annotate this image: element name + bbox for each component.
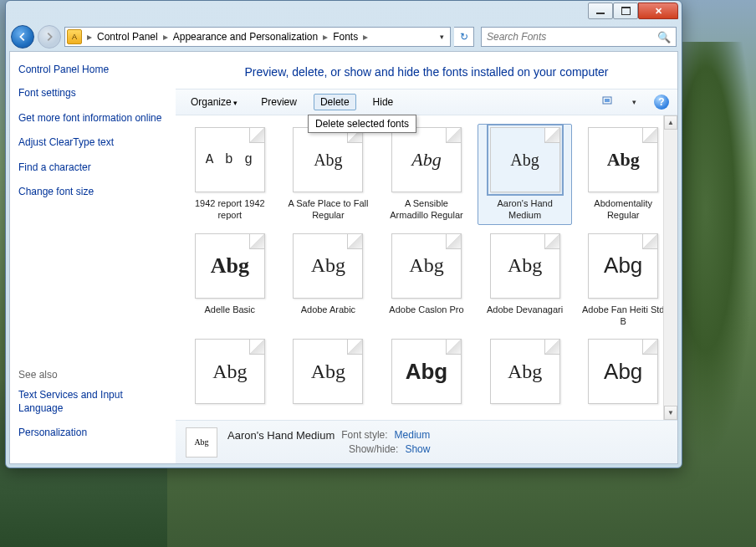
organize-button[interactable]: Organize — [184, 94, 244, 110]
font-sample: Abg — [211, 253, 249, 279]
sidebar: Control Panel Home Font settings Get mor… — [10, 52, 176, 463]
refresh-button[interactable]: ↻ — [454, 27, 474, 47]
font-tile: Abg — [293, 127, 363, 192]
scroll-down-button[interactable]: ▼ — [664, 406, 677, 420]
scroll-up-button[interactable]: ▲ — [664, 115, 677, 130]
font-tile: Abg — [391, 233, 462, 299]
font-sample: Abg — [604, 253, 642, 279]
font-tile: Abg — [588, 127, 658, 192]
font-name-label: Adelle Basic — [205, 304, 256, 315]
page-corner-icon — [544, 128, 559, 143]
font-sample: Abg — [311, 360, 345, 383]
page-corner-icon — [544, 340, 559, 355]
font-tile: Abg — [588, 233, 658, 299]
breadcrumb-control-panel[interactable]: Control Panel — [94, 29, 161, 44]
view-dropdown[interactable]: ▾ — [627, 98, 641, 106]
scrollbar[interactable]: ▲ ▼ — [663, 115, 677, 420]
control-panel-home-link[interactable]: Control Panel Home — [18, 64, 167, 75]
font-tile: A b g — [195, 127, 265, 192]
maximize-button[interactable] — [613, 3, 638, 19]
font-item[interactable]: AbgAdobe Arabic — [281, 230, 376, 331]
page-corner-icon — [347, 340, 362, 355]
font-tile: Abg — [293, 233, 363, 299]
details-style-value[interactable]: Medium — [395, 429, 431, 442]
page-corner-icon — [249, 234, 264, 249]
font-item[interactable]: A b g1942 report 1942 report — [182, 124, 278, 225]
see-also-text-services[interactable]: Text Services and Input Language — [18, 389, 167, 415]
font-sample: Abg — [409, 254, 443, 277]
delete-button[interactable]: Delete — [314, 94, 356, 110]
sidebar-link-font-settings[interactable]: Font settings — [18, 87, 167, 100]
help-icon[interactable]: ? — [654, 95, 669, 110]
forward-button[interactable] — [38, 25, 61, 49]
font-name-label: A Sensible Armadillo Regular — [385, 197, 468, 222]
details-font-name: Aaron's Hand Medium — [227, 429, 335, 442]
font-item[interactable]: AbgAdobe Caslon Pro — [379, 230, 474, 331]
details-style-label: Font style: — [341, 429, 387, 442]
fonts-control-panel-window: A ▸ Control Panel ▸ Appearance and Perso… — [5, 0, 682, 468]
search-box[interactable]: 🔍 — [481, 27, 677, 47]
font-sample: Abg — [607, 149, 640, 171]
font-tile: Abg — [195, 233, 265, 299]
font-name-label: Abdomentality Regular — [581, 197, 665, 222]
breadcrumb-appearance[interactable]: Appearance and Personalization — [170, 29, 321, 44]
hide-button[interactable]: Hide — [366, 94, 401, 110]
font-tile: Abg — [293, 339, 363, 404]
preview-button[interactable]: Preview — [254, 94, 304, 110]
see-also-label: See also — [18, 369, 167, 381]
search-input[interactable] — [487, 31, 657, 43]
font-item[interactable]: Abg — [182, 335, 278, 412]
page-corner-icon — [446, 234, 461, 249]
font-name-label: 1942 report 1942 report — [188, 197, 272, 222]
font-item[interactable]: AbgAaron's Hand Medium — [478, 124, 573, 225]
sidebar-link-more-info[interactable]: Get more font information online — [18, 112, 167, 125]
font-item[interactable]: AbgA Sensible Armadillo Regular — [379, 124, 474, 225]
sidebar-link-find-char[interactable]: Find a character — [18, 161, 167, 175]
font-sample: Abg — [406, 359, 448, 385]
see-also-personalization[interactable]: Personalization — [18, 427, 167, 440]
font-item[interactable]: Abg — [478, 335, 573, 412]
details-show-value[interactable]: Show — [405, 443, 430, 455]
font-sample: Abg — [311, 254, 345, 277]
search-icon[interactable]: 🔍 — [657, 31, 671, 43]
address-bar[interactable]: A ▸ Control Panel ▸ Appearance and Perso… — [64, 27, 451, 47]
sidebar-link-cleartype[interactable]: Adjust ClearType text — [18, 136, 167, 150]
font-item[interactable]: AbgA Safe Place to Fall Regular — [281, 124, 376, 225]
font-item[interactable]: AbgAdelle Basic — [182, 230, 278, 331]
font-item[interactable]: Abg — [575, 335, 671, 412]
font-item[interactable]: AbgAdobe Devanagari — [478, 230, 573, 331]
font-sample: Abg — [411, 149, 441, 171]
font-name-label: Adobe Devanagari — [487, 304, 563, 315]
address-dropdown[interactable]: ▾ — [435, 33, 448, 41]
details-thumbnail: Abg — [186, 427, 217, 458]
view-options-button[interactable] — [600, 95, 617, 110]
page-corner-icon — [642, 234, 657, 249]
font-sample: Abg — [508, 360, 542, 383]
nav-bar: A ▸ Control Panel ▸ Appearance and Perso… — [6, 23, 682, 51]
page-corner-icon — [642, 340, 657, 355]
chevron-right-icon[interactable]: ▸ — [85, 31, 94, 43]
font-item[interactable]: AbgAbdomentality Regular — [575, 124, 671, 225]
font-item[interactable]: Abg — [379, 335, 474, 412]
font-name-label: Aaron's Hand Medium — [483, 197, 567, 222]
font-item[interactable]: Abg — [281, 335, 376, 412]
close-button[interactable] — [638, 3, 678, 19]
folder-icon: A — [67, 29, 82, 44]
breadcrumb-fonts[interactable]: Fonts — [329, 29, 361, 44]
minimize-button[interactable] — [588, 3, 613, 19]
font-sample: Abg — [604, 359, 642, 385]
back-button[interactable] — [11, 25, 34, 49]
font-tile: Abg — [195, 339, 265, 404]
font-item[interactable]: AbgAdobe Fan Heiti Std B — [575, 230, 671, 331]
sidebar-link-font-size[interactable]: Change font size — [18, 186, 167, 199]
chevron-right-icon[interactable]: ▸ — [321, 31, 329, 43]
font-sample: A b g — [206, 152, 254, 167]
font-sample: Abg — [510, 151, 539, 170]
page-corner-icon — [446, 340, 461, 355]
font-name-label: Adobe Arabic — [301, 304, 355, 315]
delete-tooltip: Delete selected fonts — [308, 115, 416, 133]
chevron-right-icon[interactable]: ▸ — [361, 31, 370, 43]
font-grid: A b g1942 report 1942 reportAbgA Safe Pl… — [176, 115, 677, 420]
font-name-label: Adobe Caslon Pro — [389, 304, 463, 315]
chevron-right-icon[interactable]: ▸ — [161, 31, 170, 43]
